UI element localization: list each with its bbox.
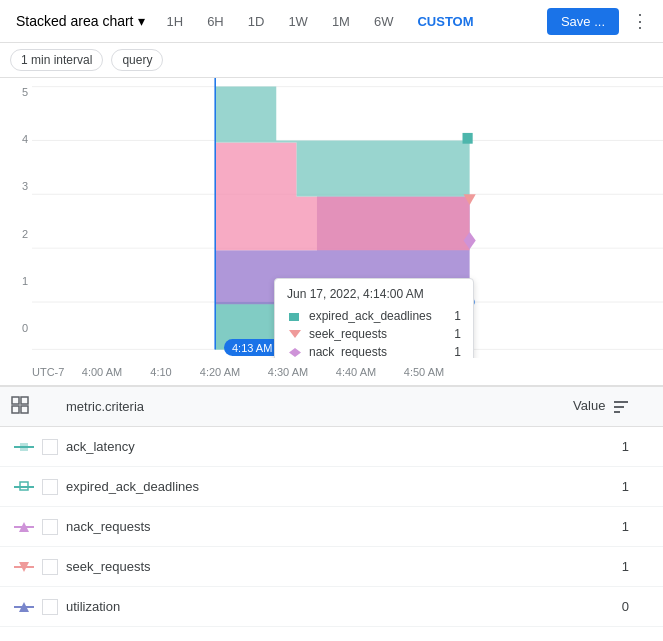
row-checkbox-seek[interactable] — [42, 559, 58, 575]
y-label-4: 4 — [22, 133, 28, 145]
tooltip-val-seek: 1 — [454, 327, 461, 341]
tooltip-val-expired: 1 — [454, 309, 461, 323]
table-header-icon-col — [10, 395, 42, 418]
time-btn-1h[interactable]: 1H — [159, 9, 192, 34]
svg-rect-31 — [20, 443, 28, 451]
tooltip-row-seek: seek_requests 1 — [287, 325, 461, 343]
x-label-410: 4:10 — [136, 366, 186, 378]
svg-rect-25 — [12, 406, 19, 413]
row-checkbox-util[interactable] — [42, 599, 58, 615]
tooltip-icon-expired — [287, 311, 303, 321]
row-value-expired: 1 — [622, 479, 629, 494]
row-value-nack: 1 — [622, 519, 629, 534]
column-settings-icon[interactable] — [613, 398, 629, 413]
chart-area[interactable]: 4:13 AM ✕ Jun 17, 2022, 4:14:00 AM expir… — [32, 78, 663, 358]
svg-rect-24 — [21, 397, 28, 404]
row-icon-ack — [10, 439, 38, 455]
dropdown-icon: ▾ — [138, 13, 145, 29]
time-btn-1w[interactable]: 1W — [280, 9, 316, 34]
cursor-time-label: 4:13 AM — [232, 342, 272, 354]
more-options-button[interactable]: ⋮ — [627, 6, 653, 36]
tooltip-val-nack: 1 — [454, 345, 461, 358]
tooltip-date: Jun 17, 2022, 4:14:00 AM — [287, 287, 461, 301]
table-row: ack_latency 1 — [0, 427, 663, 467]
row-value-util: 0 — [622, 599, 629, 614]
y-label-5: 5 — [22, 86, 28, 98]
y-label-0: 0 — [22, 322, 28, 334]
table-row: seek_requests 1 — [0, 547, 663, 587]
x-label-400: 4:00 AM — [68, 366, 136, 378]
value-label: Value — [573, 398, 605, 413]
row-icon-util — [10, 599, 38, 615]
x-label-420: 4:20 AM — [186, 366, 254, 378]
x-label-430: 4:30 AM — [254, 366, 322, 378]
row-value-ack: 1 — [622, 439, 629, 454]
tooltip-row-nack: nack_requests 1 — [287, 343, 461, 358]
svg-rect-23 — [12, 397, 19, 404]
row-checkbox-nack[interactable] — [42, 519, 58, 535]
time-btn-6w[interactable]: 6W — [366, 9, 402, 34]
x-label-utc: UTC-7 — [32, 366, 68, 378]
table-grid-icon — [10, 395, 30, 415]
row-icon-expired — [10, 479, 38, 495]
x-label-440: 4:40 AM — [322, 366, 390, 378]
subheader: 1 min interval query — [0, 43, 663, 78]
svg-rect-28 — [614, 406, 624, 408]
svg-rect-29 — [614, 411, 620, 413]
save-button[interactable]: Save ... — [547, 8, 619, 35]
tooltip-label-expired: expired_ack_deadlines — [309, 309, 448, 323]
row-label-nack: nack_requests — [66, 519, 622, 534]
y-label-3: 3 — [22, 180, 28, 192]
tooltip-label-seek: seek_requests — [309, 327, 448, 341]
row-checkbox-ack[interactable] — [42, 439, 58, 455]
table-row: expired_ack_deadlines 1 — [0, 467, 663, 507]
tooltip-label-nack: nack_requests — [309, 345, 448, 358]
time-btn-1m[interactable]: 1M — [324, 9, 358, 34]
row-icon-nack — [10, 519, 38, 535]
tooltip-row-expired: expired_ack_deadlines 1 — [287, 307, 461, 325]
metrics-table: metric.criteria Value ack_latency 1 — [0, 386, 663, 627]
time-btn-1d[interactable]: 1D — [240, 9, 273, 34]
chart-title-dropdown[interactable]: Stacked area chart ▾ — [10, 9, 151, 33]
table-col-header-label: metric.criteria — [66, 399, 573, 414]
tooltip-icon-nack — [287, 347, 303, 357]
row-label-ack: ack_latency — [66, 439, 622, 454]
row-value-seek: 1 — [622, 559, 629, 574]
row-checkbox-expired[interactable] — [42, 479, 58, 495]
svg-rect-26 — [21, 406, 28, 413]
row-label-seek: seek_requests — [66, 559, 622, 574]
time-btn-custom[interactable]: CUSTOM — [409, 9, 481, 34]
svg-marker-18 — [289, 330, 301, 338]
interval-pill[interactable]: 1 min interval — [10, 49, 103, 71]
row-label-expired: expired_ack_deadlines — [66, 479, 622, 494]
x-label-450: 4:50 AM — [390, 366, 458, 378]
tooltip-icon-seek — [287, 329, 303, 339]
row-icon-seek — [10, 559, 38, 575]
y-label-2: 2 — [22, 228, 28, 240]
table-col-header-value: Value — [573, 398, 629, 415]
time-btn-6h[interactable]: 6H — [199, 9, 232, 34]
table-row: nack_requests 1 — [0, 507, 663, 547]
header: Stacked area chart ▾ 1H 6H 1D 1W 1M 6W C… — [0, 0, 663, 43]
table-row: utilization 0 — [0, 587, 663, 627]
y-label-1: 1 — [22, 275, 28, 287]
svg-rect-13 — [463, 133, 473, 144]
x-axis: UTC-7 4:00 AM 4:10 4:20 AM 4:30 AM 4:40 … — [0, 358, 663, 386]
table-header: metric.criteria Value — [0, 387, 663, 427]
chart-tooltip: Jun 17, 2022, 4:14:00 AM expired_ack_dea… — [274, 278, 474, 358]
svg-marker-19 — [289, 348, 301, 357]
svg-rect-17 — [289, 313, 299, 321]
chart-title: Stacked area chart — [16, 13, 134, 29]
query-pill[interactable]: query — [111, 49, 163, 71]
row-label-util: utilization — [66, 599, 622, 614]
svg-rect-27 — [614, 401, 628, 403]
